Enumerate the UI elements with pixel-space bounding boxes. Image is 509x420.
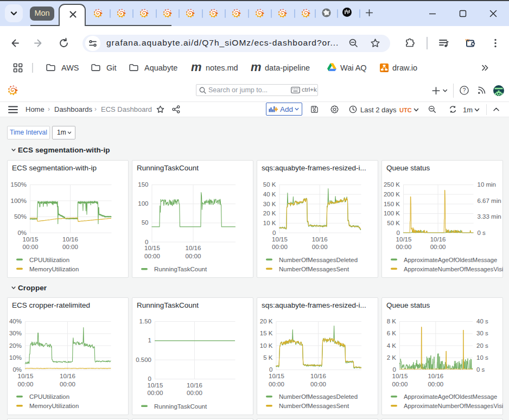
svg-text:50%: 50% [14,213,27,220]
svg-text:20%: 20% [9,342,22,349]
svg-text:10/16: 10/16 [60,373,75,379]
svg-text:0: 0 [148,376,151,382]
svg-text:150 K: 150 K [384,201,400,207]
svg-text:20 K: 20 K [263,210,276,217]
svg-text:10/16: 10/16 [187,382,202,389]
svg-text:00:00: 00:00 [144,253,160,259]
svg-text:10/15: 10/15 [269,373,284,379]
svg-text:150%: 150% [11,181,27,188]
svg-text:NumberOfMessagesSent: NumberOfMessagesSent [279,266,349,272]
svg-text:00:00: 00:00 [312,244,328,250]
svg-text:10 s: 10 s [476,354,488,361]
svg-text:0%: 0% [12,366,22,373]
svg-text:15 K: 15 K [260,330,273,336]
svg-text:CPUUtilization: CPUUtilization [29,393,69,400]
svg-text:10/15: 10/15 [23,236,39,243]
svg-text:10/16: 10/16 [62,236,78,243]
svg-text:40 s: 40 s [476,318,488,324]
svg-text:RunningTaskCount: RunningTaskCount [154,403,207,410]
svg-text:10/16: 10/16 [186,245,201,251]
svg-text:0%: 0% [17,230,27,236]
svg-text:4 K: 4 K [387,342,397,349]
svg-text:00:00: 00:00 [392,381,408,387]
svg-text:10/15: 10/15 [144,245,160,251]
svg-text:0: 0 [393,366,396,373]
svg-text:3.33 min: 3.33 min [478,213,501,220]
svg-text:5 K: 5 K [263,354,273,361]
svg-text:00:00: 00:00 [428,381,443,387]
svg-text:40 K: 40 K [263,191,276,198]
svg-text:20 s: 20 s [476,342,488,349]
svg-text:10/16: 10/16 [430,236,446,243]
svg-text:10%: 10% [9,354,22,361]
svg-text:8 K: 8 K [387,318,397,324]
svg-text:30 K: 30 K [263,201,276,207]
svg-text:250 K: 250 K [384,181,400,188]
svg-text:10 K: 10 K [260,342,273,349]
svg-text:1: 1 [148,337,151,343]
svg-text:ApproximateNumberOfMessagesVis: ApproximateNumberOfMessagesVisi [404,266,503,272]
svg-text:00:00: 00:00 [23,244,39,250]
svg-text:40%: 40% [9,318,22,324]
svg-text:50 K: 50 K [263,181,276,188]
svg-text:00:00: 00:00 [186,253,201,259]
svg-text:0 s: 0 s [476,366,485,373]
svg-text:100%: 100% [11,198,27,204]
svg-text:6.67 min: 6.67 min [478,198,501,204]
svg-text:10 min: 10 min [478,181,497,188]
svg-text:ApproximateNumberOfMessagesVis: ApproximateNumberOfMessagesVisi [404,403,503,409]
svg-text:10 K: 10 K [263,220,276,226]
svg-text:2 K: 2 K [387,354,397,361]
svg-text:200 K: 200 K [384,191,400,198]
svg-text:10/15: 10/15 [396,236,412,243]
svg-text:100: 100 [138,200,148,207]
svg-text:30%: 30% [9,330,22,336]
svg-text:0 s: 0 s [478,230,486,236]
svg-text:00:00: 00:00 [430,244,446,250]
svg-text:NumberOfMessagesDeleted: NumberOfMessagesDeleted [279,393,358,400]
svg-text:RunningTaskCount: RunningTaskCount [154,266,207,272]
svg-text:?: ? [463,87,466,93]
svg-text:10/16: 10/16 [428,373,443,379]
svg-text:1.50: 1.50 [139,318,151,324]
svg-text:00:00: 00:00 [148,390,163,396]
svg-text:100 K: 100 K [384,210,400,217]
svg-text:NumberOfMessagesDeleted: NumberOfMessagesDeleted [279,257,358,263]
svg-text:0: 0 [145,239,148,245]
svg-text:30 s: 30 s [476,330,488,336]
svg-text:00:00: 00:00 [62,244,78,250]
svg-text:0: 0 [397,230,400,236]
svg-text:00:00: 00:00 [272,244,288,250]
svg-text:10/15: 10/15 [18,373,34,379]
svg-text:NumberOfMessagesSent: NumberOfMessagesSent [279,403,349,409]
svg-text:0: 0 [269,366,272,373]
svg-text:00:00: 00:00 [310,381,326,387]
svg-text:00:00: 00:00 [18,381,34,387]
svg-text:ApproximateAgeOfOldestMessage: ApproximateAgeOfOldestMessage [404,257,497,263]
svg-text:6 K: 6 K [387,330,397,336]
svg-text:50 K: 50 K [387,220,400,226]
svg-text:00:00: 00:00 [269,381,284,387]
svg-text:MemoryUtilization: MemoryUtilization [29,403,79,409]
svg-text:10/16: 10/16 [310,373,326,379]
svg-text:10/15: 10/15 [392,373,408,379]
svg-text:0: 0 [272,230,276,236]
svg-text:ApproximateAgeOfOldestMessage: ApproximateAgeOfOldestMessage [404,393,497,400]
svg-text:00:00: 00:00 [396,244,412,250]
svg-text:10/15: 10/15 [148,382,163,389]
svg-text:10/16: 10/16 [312,236,328,243]
svg-text:MemoryUtilization: MemoryUtilization [29,266,79,272]
svg-text:00:00: 00:00 [60,381,75,387]
svg-text:00:00: 00:00 [187,390,202,396]
svg-text:10/15: 10/15 [272,236,288,243]
svg-text:CPUUtilization: CPUUtilization [29,257,69,263]
svg-text:0.500: 0.500 [136,357,151,363]
svg-text:20 K: 20 K [260,318,273,324]
svg-text:50: 50 [142,219,149,226]
svg-text:150: 150 [138,181,148,188]
